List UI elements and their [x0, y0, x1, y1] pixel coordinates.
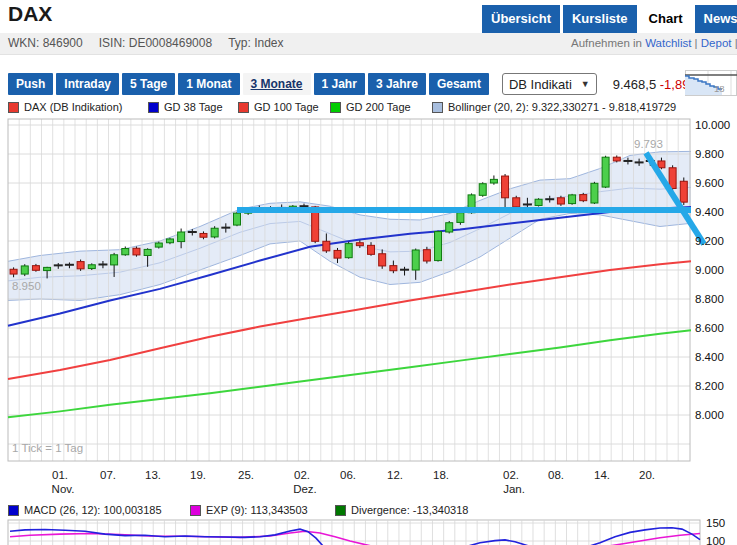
svg-text:9.793: 9.793 [634, 138, 663, 150]
link-depot[interactable]: Depot [701, 37, 732, 49]
chart-toolbar: PushIntraday5 Tage1 Monat3 Monate1 Jahr3… [8, 73, 701, 95]
svg-text:9.400: 9.400 [695, 206, 724, 218]
svg-text:8.400: 8.400 [695, 351, 724, 363]
legend-label: Divergence: -13,340318 [351, 504, 468, 516]
macd-chart: 150100 [0, 518, 737, 545]
svg-text:8.200: 8.200 [695, 380, 724, 392]
link-separator: | [691, 37, 700, 49]
tab-kursliste[interactable]: Kursliste [563, 5, 637, 33]
svg-text:100: 100 [706, 535, 725, 545]
tab-chart[interactable]: Chart [640, 5, 692, 33]
svg-text:8.950: 8.950 [12, 280, 41, 292]
main-chart-legend: DAX (DB Indikation)GD 38 TageGD 100 Tage… [8, 101, 676, 113]
meta-wkn: WKN: 846900 [8, 36, 83, 50]
range-button-5-tage[interactable]: 5 Tage [122, 73, 175, 95]
svg-text:20.: 20. [639, 469, 655, 481]
svg-text:02.: 02. [503, 469, 519, 481]
svg-text:8.000: 8.000 [695, 409, 724, 421]
quote-value: 9.468,5 [613, 77, 656, 92]
legend-item: MACD (26, 12): 100,003185 [8, 504, 190, 516]
svg-text:07.: 07. [100, 469, 116, 481]
range-buttons: PushIntraday5 Tage1 Monat3 Monate1 Jahr3… [8, 73, 489, 95]
svg-text:18.: 18. [433, 469, 449, 481]
svg-text:Jan.: Jan. [503, 483, 525, 495]
legend-label: EXP (9): 113,343503 [206, 504, 308, 516]
svg-text:8.800: 8.800 [695, 293, 724, 305]
meta-typ: Typ: Index [228, 36, 283, 50]
main-candlestick-chart: 9.7938.9501 Tick = 1 Tag10.0009.8009.600… [0, 113, 737, 502]
range-button-3-monate[interactable]: 3 Monate [243, 73, 311, 95]
svg-text:14.: 14. [594, 469, 610, 481]
legend-item: GD 100 Tage [238, 101, 330, 113]
svg-text:8.600: 8.600 [695, 322, 724, 334]
watchlist-links: Aufnehmen in Watchlist | Depot | Börsen [571, 33, 737, 54]
legend-label: GD 38 Tage [164, 101, 223, 113]
svg-text:08.: 08. [548, 469, 564, 481]
svg-text:06.: 06. [340, 469, 356, 481]
legend-swatch [8, 505, 19, 516]
legend-item: DAX (DB Indikation) [8, 101, 148, 113]
dax-chart-page: DAX ÜbersichtKurslisteChartNewsFo WKN: 8… [0, 0, 737, 545]
legend-swatch [330, 102, 341, 113]
svg-text:13.: 13. [145, 469, 161, 481]
legend-swatch [148, 102, 159, 113]
svg-text:Nov.: Nov. [52, 483, 75, 495]
svg-text:12.: 12. [387, 469, 403, 481]
range-button-push[interactable]: Push [8, 73, 53, 95]
svg-text:9.600: 9.600 [695, 177, 724, 189]
range-button-1-jahr[interactable]: 1 Jahr [314, 73, 365, 95]
legend-item: GD 200 Tage [330, 101, 432, 113]
range-button-3-jahre[interactable]: 3 Jahre [368, 73, 426, 95]
meta-isin: ISIN: DE0008469008 [99, 36, 212, 50]
macd-legend: MACD (26, 12): 100,003185EXP (9): 113,34… [8, 504, 468, 516]
tab-news[interactable]: News [695, 5, 737, 33]
svg-text:1 Tick = 1 Tag: 1 Tick = 1 Tag [12, 442, 83, 454]
legend-swatch [335, 505, 346, 516]
legend-label: MACD (26, 12): 100,003185 [24, 504, 162, 516]
nav-tabs: ÜbersichtKurslisteChartNewsFo [482, 5, 737, 33]
legend-item: GD 38 Tage [148, 101, 238, 113]
svg-text:9.800: 9.800 [695, 148, 724, 160]
svg-text:01.: 01. [52, 469, 68, 481]
legend-swatch [8, 102, 19, 113]
page-title: DAX [8, 2, 52, 26]
legend-item: Bollinger (20, 2): 9.322,330271 - 9.818,… [432, 101, 676, 113]
instrument-meta: WKN: 846900ISIN: DE0008469008Typ: Index [8, 33, 300, 54]
svg-text:9.200: 9.200 [695, 235, 724, 247]
svg-text:150: 150 [706, 518, 725, 529]
range-button-intraday[interactable]: Intraday [56, 73, 119, 95]
legend-label: GD 100 Tage [254, 101, 319, 113]
svg-text:10.000: 10.000 [695, 119, 730, 131]
exchange-dropdown-label: DB Indikati [509, 77, 572, 92]
chevron-down-icon: ▼ [581, 79, 590, 89]
watchlist-prefix: Aufnehmen in [571, 37, 642, 49]
link-separator: | [731, 37, 737, 49]
legend-swatch [238, 102, 249, 113]
legend-label: GD 200 Tage [346, 101, 411, 113]
legend-swatch [190, 505, 201, 516]
legend-label: DAX (DB Indikation) [24, 101, 122, 113]
svg-text:9.000: 9.000 [695, 264, 724, 276]
svg-text:18: 18 [714, 83, 725, 94]
legend-item: EXP (9): 113,343503 [190, 504, 335, 516]
mini-sparkline-chart: 18 [685, 70, 737, 96]
legend-swatch [432, 102, 443, 113]
exchange-dropdown[interactable]: DB Indikati ▼ [502, 73, 597, 95]
range-button-1-monat[interactable]: 1 Monat [178, 73, 239, 95]
instrument-meta-bar: WKN: 846900ISIN: DE0008469008Typ: Index … [0, 33, 737, 55]
tab-übersicht[interactable]: Übersicht [482, 5, 560, 33]
link-watchlist[interactable]: Watchlist [645, 37, 691, 49]
legend-item: Divergence: -13,340318 [335, 504, 468, 516]
range-button-gesamt[interactable]: Gesamt [429, 73, 489, 95]
svg-text:Dez.: Dez. [293, 483, 317, 495]
svg-text:02.: 02. [294, 469, 310, 481]
svg-text:19.: 19. [190, 469, 206, 481]
legend-label: Bollinger (20, 2): 9.322,330271 - 9.818,… [448, 101, 676, 113]
svg-text:25.: 25. [238, 469, 254, 481]
